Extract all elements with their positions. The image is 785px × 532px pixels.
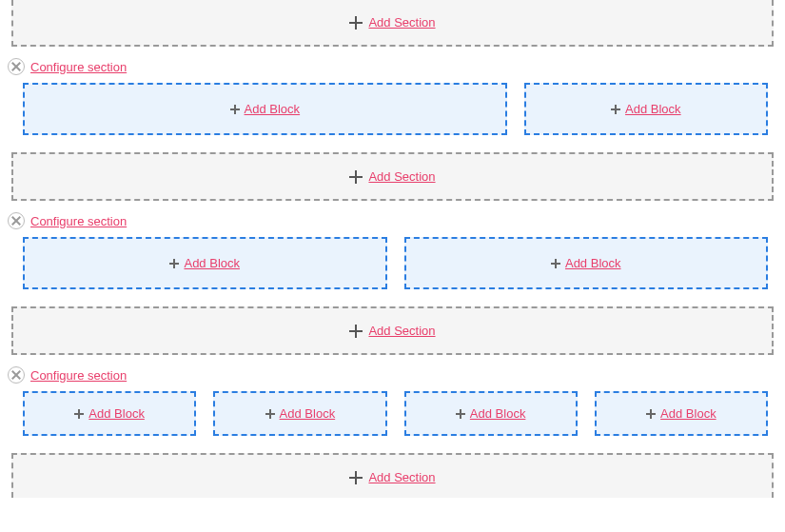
add-section-label: Add Section	[368, 169, 435, 184]
add-block-button[interactable]: Add Block	[595, 391, 768, 436]
section-header: Configure section	[8, 212, 785, 229]
add-section-label: Add Section	[368, 15, 435, 30]
remove-section-button[interactable]	[8, 58, 25, 75]
section-region: Add Block Add Block Add Block Add Block	[0, 391, 785, 445]
close-icon	[11, 370, 21, 380]
plus-icon	[646, 409, 656, 419]
plus-icon	[74, 409, 84, 419]
add-section-button[interactable]: Add Section	[11, 152, 774, 201]
section-header: Configure section	[8, 58, 785, 75]
add-block-label: Add Block	[245, 102, 301, 116]
add-block-label: Add Block	[660, 406, 716, 421]
add-block-button[interactable]: Add Block	[213, 391, 386, 436]
plus-icon	[456, 409, 465, 419]
remove-section-button[interactable]	[8, 366, 25, 384]
add-block-button[interactable]: Add Block	[23, 391, 196, 436]
add-block-label: Add Block	[184, 256, 240, 270]
configure-section-link[interactable]: Configure section	[30, 60, 127, 74]
add-section-label: Add Section	[368, 470, 435, 484]
plus-icon	[349, 170, 363, 184]
add-block-label: Add Block	[280, 406, 336, 421]
section-region: Add Block Add Block	[0, 83, 785, 145]
plus-icon	[551, 259, 560, 268]
add-section-label: Add Section	[368, 324, 435, 338]
remove-section-button[interactable]	[8, 212, 25, 229]
add-section-button[interactable]: Add Section	[11, 0, 774, 47]
close-icon	[11, 216, 21, 226]
add-block-button[interactable]: Add Block	[404, 391, 578, 436]
close-icon	[11, 62, 21, 71]
add-block-button[interactable]: Add Block	[524, 83, 768, 135]
add-section-button[interactable]: Add Section	[11, 306, 774, 355]
add-block-label: Add Block	[565, 256, 621, 270]
plus-icon	[349, 325, 363, 338]
plus-icon	[265, 409, 275, 419]
section-header: Configure section	[8, 366, 785, 384]
configure-section-link[interactable]: Configure section	[30, 214, 127, 228]
plus-icon	[611, 105, 620, 114]
add-block-button[interactable]: Add Block	[23, 83, 507, 135]
plus-icon	[349, 16, 363, 30]
plus-icon	[349, 471, 363, 484]
configure-section-link[interactable]: Configure section	[30, 368, 127, 383]
add-section-button[interactable]: Add Section	[11, 453, 774, 498]
plus-icon	[230, 105, 240, 114]
add-block-button[interactable]: Add Block	[404, 237, 769, 289]
add-block-label: Add Block	[88, 406, 145, 421]
plus-icon	[169, 259, 179, 268]
add-block-label: Add Block	[625, 102, 681, 116]
add-block-button[interactable]: Add Block	[23, 237, 387, 289]
add-block-label: Add Block	[470, 406, 526, 421]
section-region: Add Block Add Block	[0, 237, 785, 299]
